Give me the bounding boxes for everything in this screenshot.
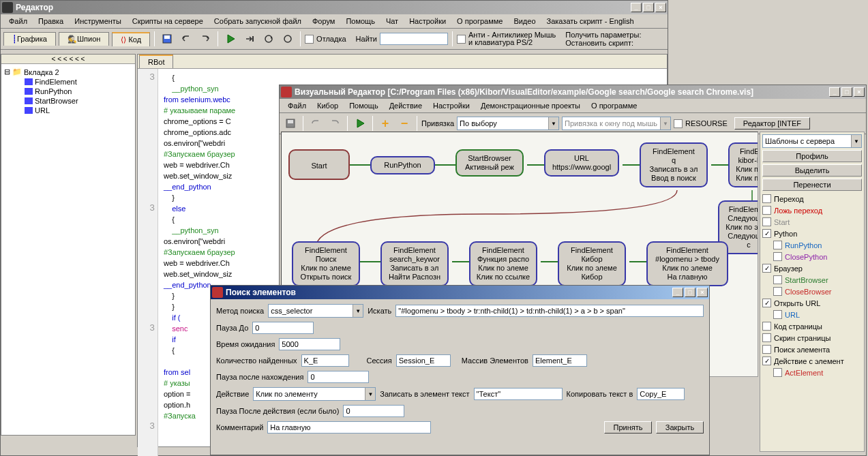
vmenu-action[interactable]: Действие (384, 100, 428, 111)
close-button[interactable]: × (697, 288, 708, 297)
tree-item[interactable]: StartBrowser (4, 96, 132, 106)
chk-browser[interactable]: ✓ (762, 264, 771, 273)
maximize-button[interactable]: □ (841, 87, 852, 97)
close-button[interactable]: × (854, 87, 865, 97)
menu-about[interactable]: О программе (451, 16, 508, 27)
chk-pageshot[interactable] (762, 333, 771, 342)
binding2-dropdown[interactable]: Привязка к окну под мышь▼ (562, 117, 671, 130)
chk-runpy[interactable] (773, 241, 782, 249)
vmenu-kibor[interactable]: Кибор (312, 100, 344, 111)
maximize-button[interactable]: □ (685, 288, 695, 297)
tab-graphics[interactable]: ┊Графика (3, 32, 56, 46)
chk-openurl[interactable]: ✓ (762, 299, 771, 307)
node-findelement-func[interactable]: FindElementФункция распоКлик по элемеКли… (469, 241, 537, 286)
redo-icon[interactable] (327, 115, 343, 132)
step-icon[interactable] (241, 31, 258, 47)
menu-tools[interactable]: Инструменты (69, 16, 127, 27)
tab-spy[interactable]: 🕵Шпион (59, 32, 109, 46)
chk-url[interactable] (773, 310, 782, 319)
chk-startbr[interactable] (773, 275, 782, 284)
node-findelement-logo[interactable]: FindElement#logomenu > tbodyКлик по элем… (646, 241, 728, 286)
menu-forum[interactable]: Форум (307, 16, 340, 27)
close-button[interactable]: × (655, 3, 666, 12)
profile-button[interactable]: Профиль (762, 150, 862, 162)
tree-item[interactable]: RunPython (4, 87, 132, 96)
debug-checkbox[interactable] (305, 35, 314, 44)
tab-code[interactable]: ⟨⟩ Код (112, 32, 150, 46)
vmenu-about[interactable]: О программе (586, 100, 642, 111)
action-dropdown[interactable]: Клик по элементу▼ (253, 387, 376, 401)
minimize-button[interactable]: _ (829, 87, 840, 97)
pause-after-find-input[interactable] (308, 371, 369, 383)
node-startbrowser[interactable]: StartBrowserАктивный реж (455, 149, 524, 177)
minimize-button[interactable]: _ (672, 288, 683, 297)
menu-scripts[interactable]: Скрипты на сервере (127, 16, 209, 27)
maximize-button[interactable]: □ (643, 3, 654, 12)
select-button[interactable]: Выделить (762, 164, 862, 177)
redo-icon[interactable] (197, 31, 213, 47)
undo-icon[interactable] (308, 115, 324, 132)
wait-input[interactable] (279, 338, 340, 350)
editor-button[interactable]: Редактор [INTEF (734, 117, 810, 130)
chk-closepy[interactable] (773, 252, 782, 261)
chk-findel[interactable] (762, 345, 771, 354)
vmenu-settings[interactable]: Настройки (428, 100, 475, 111)
chk-action[interactable]: ✓ (762, 356, 771, 365)
play-icon[interactable] (352, 115, 368, 132)
minus-icon[interactable]: − (396, 115, 413, 132)
loop-icon[interactable] (260, 31, 277, 47)
vmenu-help[interactable]: Помощь (344, 100, 384, 111)
loop2-icon[interactable] (280, 31, 296, 47)
find-input[interactable] (380, 33, 448, 45)
chk-python[interactable]: ✓ (762, 229, 771, 238)
array-input[interactable] (533, 354, 587, 367)
tree-item[interactable]: FindElement (4, 77, 132, 87)
pause-after-input[interactable] (343, 405, 404, 417)
menu-build[interactable]: Собрать запускной файл (209, 16, 307, 27)
save-icon[interactable] (282, 115, 299, 132)
write-input[interactable] (474, 388, 563, 400)
pause-before-input[interactable] (252, 322, 314, 334)
comment-input[interactable] (267, 421, 431, 434)
node-findelement-kibor2[interactable]: FindElementКиборКлик по элемеКибор (558, 241, 626, 286)
menu-settings[interactable]: Настройки (404, 16, 451, 27)
chk-pagecode[interactable] (762, 322, 771, 331)
chk-start[interactable] (762, 217, 771, 226)
node-findelement-search[interactable]: FindElementПоискКлик по элемеОткрыть пои… (292, 241, 360, 286)
chk-transition[interactable] (762, 194, 771, 203)
code-tab[interactable]: RBot (139, 55, 173, 68)
tree-item[interactable]: URL (4, 106, 132, 115)
vmenu-file[interactable]: Файл (282, 100, 312, 111)
session-input[interactable] (396, 354, 451, 367)
node-findelement-kibor[interactable]: FindElemerkibor-bot.corКлик по элемКлик … (728, 142, 758, 187)
templates-dropdown[interactable]: Шаблоны с сервера▼ (762, 134, 862, 148)
vmenu-demo[interactable]: Демонстрационные проекты (475, 100, 586, 111)
close-button[interactable]: Закрыть (656, 421, 704, 434)
chk-closebr[interactable] (773, 287, 782, 296)
node-url[interactable]: URLhttps://www.googl (544, 149, 619, 177)
save-icon[interactable] (159, 31, 175, 47)
undo-icon[interactable] (178, 31, 194, 47)
menu-chat[interactable]: Чат (380, 16, 404, 27)
chk-actel[interactable] (773, 368, 782, 377)
minimize-button[interactable]: _ (631, 3, 642, 12)
menu-video[interactable]: Видео (508, 16, 541, 27)
tree-root[interactable]: ⊟📁Вкладка 2 (4, 67, 132, 77)
search-input[interactable] (395, 305, 704, 317)
node-runpython[interactable]: RunPython (370, 156, 435, 174)
resource-checkbox[interactable] (674, 119, 683, 128)
play-icon[interactable] (222, 31, 239, 47)
copy-input[interactable] (637, 388, 685, 400)
anti-checkbox[interactable] (457, 35, 466, 44)
move-button[interactable]: Перенести (762, 179, 862, 191)
accept-button[interactable]: Принять (604, 421, 652, 434)
tree-collapse[interactable]: < < < < < < (1, 55, 135, 64)
plus-icon[interactable]: + (377, 115, 393, 132)
count-input[interactable] (301, 354, 349, 367)
method-dropdown[interactable]: css_selector▼ (268, 304, 363, 318)
node-findelement-keyword[interactable]: FindElementsearch_keyworЗаписать в элНай… (380, 241, 449, 286)
chk-false-trans[interactable] (762, 206, 771, 215)
menu-edit[interactable]: Правка (33, 16, 69, 27)
node-start[interactable]: Start (288, 149, 350, 180)
menu-file[interactable]: Файл (3, 16, 33, 27)
